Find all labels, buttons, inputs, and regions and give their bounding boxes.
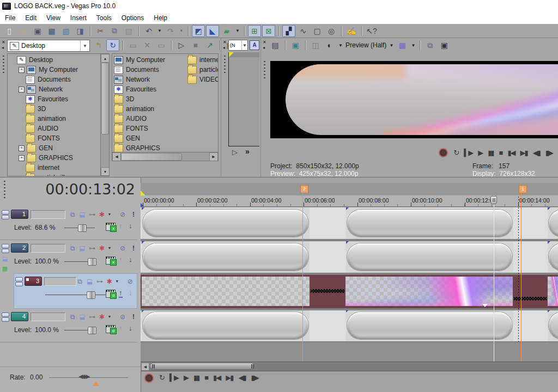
track-header-2[interactable]: 2⧉⬓⊶✱▼⊘!Level:100.0 %x↑↓⬓▦ xyxy=(0,240,137,274)
level-slider-track[interactable] xyxy=(64,330,95,330)
marker-tag-2[interactable]: 2 xyxy=(300,185,308,193)
parent-composite-mini-icon[interactable]: ⬓ xyxy=(0,255,10,262)
composite-mode-icon[interactable]: α xyxy=(106,290,116,298)
track-lane[interactable] xyxy=(141,241,558,273)
scroll-down-icon[interactable]: ▼ xyxy=(101,167,110,176)
track-solo-icon[interactable]: ! xyxy=(129,244,138,252)
menu-file[interactable]: File xyxy=(0,13,20,23)
level-slider-handle[interactable] xyxy=(88,258,96,266)
tree-item-3d[interactable]: 3D xyxy=(9,104,99,114)
ignore-event-grouping[interactable]: ⊠ xyxy=(262,25,275,37)
track-mute-icon[interactable]: ⊘ xyxy=(125,278,135,285)
make-compositing-parent-icon[interactable]: ↑ xyxy=(119,255,123,264)
level-slider-track[interactable] xyxy=(64,261,95,262)
scroll-left-icon[interactable]: ◀ xyxy=(112,152,121,161)
stop-preview[interactable]: ■ xyxy=(189,39,202,51)
composite-mode-icon[interactable]: x xyxy=(106,256,116,265)
save-project-as[interactable]: ▦ xyxy=(45,25,58,37)
menu-options[interactable]: Options xyxy=(117,13,149,23)
quality-label-caret[interactable]: ▼ xyxy=(388,39,395,51)
playhead-line[interactable] xyxy=(494,195,494,362)
zoom-edit-tool[interactable]: ◎ xyxy=(325,25,338,37)
timeline-event[interactable] xyxy=(142,207,310,239)
tree-item-network[interactable]: +Network xyxy=(9,84,99,94)
track-header-4[interactable]: 4⧉⬓⊶✱▼⊘!Level:100.0 %α↑↓ xyxy=(0,309,137,342)
panel-grip[interactable] xyxy=(264,61,265,81)
track-motion-icon[interactable]: ✱ xyxy=(105,278,114,285)
loop-start-icon[interactable] xyxy=(141,191,145,195)
copy-snapshot[interactable]: ⧉ xyxy=(423,39,436,51)
next-frame-button[interactable]: ▮▶ xyxy=(545,149,553,157)
timeline-event[interactable] xyxy=(142,310,310,341)
thumb-grip-icon[interactable] xyxy=(152,364,153,369)
sort-alphabetical-icon[interactable]: A xyxy=(250,40,259,50)
selection-edit-tool[interactable]: ▢ xyxy=(311,25,324,37)
playhead-handle[interactable] xyxy=(490,196,497,204)
preview-quality[interactable]: ◐ xyxy=(323,39,336,51)
level-slider-handle[interactable] xyxy=(87,291,95,299)
play-button[interactable]: ▶ xyxy=(478,149,482,157)
timeline-hscrollbar[interactable]: ◀ xyxy=(141,362,558,371)
track-solo-icon[interactable]: ! xyxy=(129,313,138,321)
media-bin-play-icon[interactable]: ▷ xyxy=(232,148,238,156)
timeline-event[interactable] xyxy=(346,310,513,341)
timeline-event[interactable] xyxy=(346,207,513,239)
caret-down-icon[interactable]: ▼ xyxy=(114,279,120,283)
list-scroll-thumb[interactable] xyxy=(121,153,182,161)
expand-icon[interactable]: + xyxy=(19,87,25,93)
timeline-event[interactable] xyxy=(142,277,310,306)
play-button[interactable]: ▶ xyxy=(184,373,188,382)
track-arrange-icon[interactable]: ⧉ xyxy=(68,313,77,321)
list-item-audio[interactable]: AUDIO xyxy=(114,114,178,124)
marker-tag-1[interactable]: 1 xyxy=(519,185,527,193)
track-number[interactable]: 1 xyxy=(11,210,28,219)
parent-composite-icon[interactable]: ⬓ xyxy=(77,244,87,252)
tree-item-my-computer[interactable]: +My Computer xyxy=(9,65,99,75)
go-to-end-button[interactable]: ▶▮ xyxy=(226,373,233,382)
new-folder[interactable]: ▭ xyxy=(126,39,140,51)
save-snapshot[interactable]: ▣ xyxy=(438,39,451,51)
track-arrange-icon[interactable]: ⧉ xyxy=(75,278,85,285)
tree-item-favourites[interactable]: ✱Favourites xyxy=(9,94,99,104)
make-compositing-child-icon[interactable]: ↓ xyxy=(129,222,132,230)
track-number[interactable]: 2 xyxy=(11,243,28,253)
composite-mode-icon[interactable]: α xyxy=(106,325,116,333)
minimize-track-icon[interactable] xyxy=(15,277,23,281)
delete[interactable]: ✕ xyxy=(141,39,154,51)
normal-edit-tool[interactable]: ▞ xyxy=(282,25,295,37)
automation-settings-icon[interactable]: ⊶ xyxy=(87,244,97,252)
track-lane[interactable] xyxy=(141,274,558,308)
lock-envelopes[interactable]: ⊞ xyxy=(248,25,261,37)
list-item-my-computer[interactable]: My Computer xyxy=(114,55,178,65)
track-motion-icon[interactable]: ✱ xyxy=(97,211,107,218)
open-project[interactable]: ▱ xyxy=(17,25,30,37)
tree-item-fonts[interactable]: FONTS xyxy=(9,133,99,143)
track-mute-icon[interactable]: ⊘ xyxy=(118,244,128,252)
list-item-gen[interactable]: GEN xyxy=(114,133,178,143)
level-slider-track[interactable] xyxy=(45,295,106,295)
maximize-track-icon[interactable] xyxy=(2,249,9,253)
level-slider-handle[interactable] xyxy=(78,224,87,232)
caret-down-icon[interactable]: ▼ xyxy=(107,246,112,250)
caret-down-icon[interactable]: ▼ xyxy=(107,315,112,318)
menu-insert[interactable]: Insert xyxy=(65,13,92,23)
media-bin-more-icon[interactable]: » xyxy=(245,147,250,156)
overlay-grid[interactable]: ▦ xyxy=(396,39,409,51)
scroll-right-icon[interactable]: ▶ xyxy=(209,152,218,161)
track-name-field[interactable] xyxy=(44,277,76,286)
timeline-event[interactable] xyxy=(345,277,513,306)
track-solo-icon[interactable]: ! xyxy=(129,211,138,218)
marker-bar[interactable]: 21 xyxy=(141,183,558,196)
go-to-start-button[interactable]: ▮◀ xyxy=(507,149,514,157)
explorer-close-icon[interactable]: ✕ xyxy=(2,40,5,45)
scroll-up-icon[interactable]: ▲ xyxy=(101,54,110,63)
maximize-track-icon[interactable] xyxy=(15,282,23,286)
parent-composite-icon[interactable]: ⬓ xyxy=(77,313,87,321)
track-mute-icon[interactable]: ⊘ xyxy=(118,313,128,321)
tree-item-audio[interactable]: AUDIO xyxy=(9,124,99,133)
automation-settings-icon[interactable]: ⊶ xyxy=(95,278,105,285)
make-compositing-child-icon[interactable]: ↓ xyxy=(129,255,132,264)
thumb-grip-icon[interactable] xyxy=(251,364,252,369)
tree-item-particle-ill[interactable]: particle ill xyxy=(9,173,99,176)
loop-playback-button[interactable]: ↻ xyxy=(159,373,164,382)
